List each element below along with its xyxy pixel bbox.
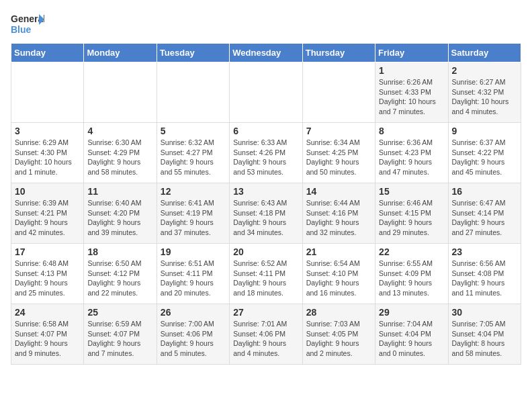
calendar-cell: 4Sunrise: 6:30 AM Sunset: 4:29 PM Daylig… [84,123,157,183]
day-number: 10 [15,186,80,197]
day-number: 21 [306,246,371,257]
day-number: 26 [161,307,226,318]
calendar-cell: 19Sunrise: 6:51 AM Sunset: 4:11 PM Dayli… [157,244,229,304]
calendar-cell: 17Sunrise: 6:48 AM Sunset: 4:13 PM Dayli… [11,244,84,304]
calendar-cell [230,62,302,123]
logo: General Blue [11,11,44,38]
day-info: Sunrise: 6:44 AM Sunset: 4:16 PM Dayligh… [306,198,371,238]
weekday-header-row: SundayMondayTuesdayWednesdayThursdayFrid… [11,44,521,62]
weekday-header-sunday: Sunday [11,44,84,62]
calendar-cell: 14Sunrise: 6:44 AM Sunset: 4:16 PM Dayli… [302,183,375,244]
day-info: Sunrise: 6:56 AM Sunset: 4:08 PM Dayligh… [452,259,517,298]
calendar-cell: 2Sunrise: 6:27 AM Sunset: 4:32 PM Daylig… [448,62,521,123]
day-number: 2 [452,65,517,76]
day-number: 8 [379,126,444,136]
calendar-cell [157,62,229,123]
calendar-cell: 15Sunrise: 6:46 AM Sunset: 4:15 PM Dayli… [375,183,448,244]
calendar-cell: 11Sunrise: 6:40 AM Sunset: 4:20 PM Dayli… [84,183,157,244]
day-info: Sunrise: 7:03 AM Sunset: 4:05 PM Dayligh… [306,319,371,359]
day-number: 24 [15,307,80,318]
day-info: Sunrise: 7:00 AM Sunset: 4:06 PM Dayligh… [161,319,226,359]
day-info: Sunrise: 6:50 AM Sunset: 4:12 PM Dayligh… [87,259,152,298]
day-info: Sunrise: 6:33 AM Sunset: 4:26 PM Dayligh… [233,138,298,177]
day-info: Sunrise: 6:39 AM Sunset: 4:21 PM Dayligh… [15,198,80,238]
day-number: 23 [452,246,517,257]
calendar-cell: 1Sunrise: 6:26 AM Sunset: 4:33 PM Daylig… [375,62,448,123]
day-info: Sunrise: 6:41 AM Sunset: 4:19 PM Dayligh… [161,198,226,238]
week-row-1: 1Sunrise: 6:26 AM Sunset: 4:33 PM Daylig… [11,62,521,123]
day-number: 1 [379,65,444,76]
week-row-2: 3Sunrise: 6:29 AM Sunset: 4:30 PM Daylig… [11,123,521,183]
day-number: 20 [233,246,298,257]
calendar-cell: 23Sunrise: 6:56 AM Sunset: 4:08 PM Dayli… [448,244,521,304]
day-number: 19 [161,246,226,257]
day-number: 6 [233,126,298,136]
calendar-cell: 13Sunrise: 6:43 AM Sunset: 4:18 PM Dayli… [230,183,302,244]
day-number: 14 [306,186,371,197]
day-number: 27 [233,307,298,318]
day-info: Sunrise: 7:04 AM Sunset: 4:04 PM Dayligh… [379,319,444,359]
day-number: 13 [233,186,298,197]
week-row-3: 10Sunrise: 6:39 AM Sunset: 4:21 PM Dayli… [11,183,521,244]
calendar-cell: 3Sunrise: 6:29 AM Sunset: 4:30 PM Daylig… [11,123,84,183]
day-info: Sunrise: 6:32 AM Sunset: 4:27 PM Dayligh… [161,138,226,177]
day-info: Sunrise: 6:40 AM Sunset: 4:20 PM Dayligh… [87,198,152,238]
day-info: Sunrise: 6:37 AM Sunset: 4:22 PM Dayligh… [452,138,517,177]
day-info: Sunrise: 6:54 AM Sunset: 4:10 PM Dayligh… [306,259,371,298]
day-number: 16 [452,186,517,197]
day-number: 18 [87,246,152,257]
day-info: Sunrise: 6:26 AM Sunset: 4:33 PM Dayligh… [379,77,444,117]
day-number: 30 [452,307,517,318]
day-info: Sunrise: 7:01 AM Sunset: 4:06 PM Dayligh… [233,319,298,359]
weekday-header-tuesday: Tuesday [157,44,229,62]
header: General Blue [11,11,521,38]
week-row-4: 17Sunrise: 6:48 AM Sunset: 4:13 PM Dayli… [11,244,521,304]
day-number: 5 [161,126,226,136]
calendar-cell: 18Sunrise: 6:50 AM Sunset: 4:12 PM Dayli… [84,244,157,304]
calendar-cell: 28Sunrise: 7:03 AM Sunset: 4:05 PM Dayli… [302,304,375,365]
calendar-cell: 16Sunrise: 6:47 AM Sunset: 4:14 PM Dayli… [448,183,521,244]
day-number: 17 [15,246,80,257]
day-info: Sunrise: 6:43 AM Sunset: 4:18 PM Dayligh… [233,198,298,238]
day-number: 9 [452,126,517,136]
day-info: Sunrise: 6:36 AM Sunset: 4:23 PM Dayligh… [379,138,444,177]
weekday-header-wednesday: Wednesday [230,44,302,62]
calendar-cell: 10Sunrise: 6:39 AM Sunset: 4:21 PM Dayli… [11,183,84,244]
day-info: Sunrise: 6:27 AM Sunset: 4:32 PM Dayligh… [452,77,517,117]
calendar-cell [302,62,375,123]
weekday-header-monday: Monday [84,44,157,62]
day-number: 25 [87,307,152,318]
calendar-cell: 8Sunrise: 6:36 AM Sunset: 4:23 PM Daylig… [375,123,448,183]
day-number: 22 [379,246,444,257]
day-number: 11 [87,186,152,197]
weekday-header-thursday: Thursday [302,44,375,62]
calendar-cell: 9Sunrise: 6:37 AM Sunset: 4:22 PM Daylig… [448,123,521,183]
calendar-cell: 20Sunrise: 6:52 AM Sunset: 4:11 PM Dayli… [230,244,302,304]
svg-text:Blue: Blue [11,24,32,35]
calendar-cell: 21Sunrise: 6:54 AM Sunset: 4:10 PM Dayli… [302,244,375,304]
weekday-header-saturday: Saturday [448,44,521,62]
day-number: 15 [379,186,444,197]
day-info: Sunrise: 6:59 AM Sunset: 4:07 PM Dayligh… [87,319,152,359]
calendar-cell: 30Sunrise: 7:05 AM Sunset: 4:04 PM Dayli… [448,304,521,365]
day-info: Sunrise: 6:46 AM Sunset: 4:15 PM Dayligh… [379,198,444,238]
week-row-5: 24Sunrise: 6:58 AM Sunset: 4:07 PM Dayli… [11,304,521,365]
day-info: Sunrise: 6:58 AM Sunset: 4:07 PM Dayligh… [15,319,80,359]
day-number: 3 [15,126,80,136]
day-info: Sunrise: 6:52 AM Sunset: 4:11 PM Dayligh… [233,259,298,298]
calendar-cell [84,62,157,123]
calendar-cell: 7Sunrise: 6:34 AM Sunset: 4:25 PM Daylig… [302,123,375,183]
logo-svg: General Blue [11,11,44,38]
day-info: Sunrise: 6:29 AM Sunset: 4:30 PM Dayligh… [15,138,80,177]
calendar-cell: 26Sunrise: 7:00 AM Sunset: 4:06 PM Dayli… [157,304,229,365]
day-info: Sunrise: 6:30 AM Sunset: 4:29 PM Dayligh… [87,138,152,177]
calendar-cell: 24Sunrise: 6:58 AM Sunset: 4:07 PM Dayli… [11,304,84,365]
day-number: 12 [161,186,226,197]
calendar-cell: 27Sunrise: 7:01 AM Sunset: 4:06 PM Dayli… [230,304,302,365]
day-number: 29 [379,307,444,318]
day-number: 28 [306,307,371,318]
day-info: Sunrise: 6:51 AM Sunset: 4:11 PM Dayligh… [161,259,226,298]
calendar-cell: 6Sunrise: 6:33 AM Sunset: 4:26 PM Daylig… [230,123,302,183]
calendar-cell: 22Sunrise: 6:55 AM Sunset: 4:09 PM Dayli… [375,244,448,304]
day-info: Sunrise: 6:47 AM Sunset: 4:14 PM Dayligh… [452,198,517,238]
